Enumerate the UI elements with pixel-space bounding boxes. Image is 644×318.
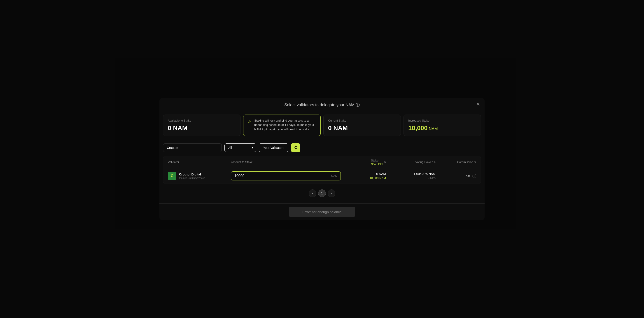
available-stake-label: Available to Stake bbox=[168, 119, 236, 122]
stake-current: 0 NAM bbox=[341, 172, 386, 176]
validator-info: CroutonDigital tnam1q...m9j6svyznxez bbox=[179, 172, 205, 179]
voting-pct: 0.61% bbox=[386, 176, 436, 179]
voting-power: 1,005,375 NAM bbox=[386, 172, 436, 176]
pagination: ‹ 1 › bbox=[163, 184, 481, 200]
validator-address: tnam1q...m9j6svyznxez bbox=[179, 176, 205, 179]
filter-select-wrapper: All Active Inactive bbox=[224, 144, 256, 152]
available-stake-card: Available to Stake 0 NAM bbox=[163, 115, 240, 136]
stake-cell: 0 NAM 10,000 NAM bbox=[341, 172, 386, 180]
stake-sort-icon[interactable]: ⇅ bbox=[384, 160, 386, 163]
icon-filter-button[interactable]: C bbox=[291, 143, 300, 152]
increased-stake-card: Increased Stake 10,000 NAM bbox=[404, 115, 481, 136]
page-1-button[interactable]: 1 bbox=[318, 189, 326, 197]
search-input[interactable] bbox=[163, 144, 222, 152]
footer-bar: Error: not enough balance bbox=[160, 203, 484, 220]
warning-text: Staking will lock and bind your assets t… bbox=[254, 118, 316, 132]
increased-stake-value: 10,000 NAM bbox=[408, 125, 476, 132]
amount-input[interactable] bbox=[231, 171, 341, 180]
submit-button: Error: not enough balance bbox=[289, 207, 355, 217]
modal-overlay: Select validators to delegate your NAM ⓘ… bbox=[0, 0, 644, 318]
col-commission-header: Commission ⇅ bbox=[436, 159, 476, 165]
prev-page-button[interactable]: ‹ bbox=[309, 189, 316, 197]
stake-new: 10,000 NAM bbox=[341, 176, 386, 180]
current-stake-label: Current Stake bbox=[328, 119, 396, 122]
table-header: Validator Amount to Stake Stake New Stak… bbox=[163, 156, 481, 168]
content-area: All Active Inactive Your Validators C Va… bbox=[160, 140, 484, 203]
commission-info-icon[interactable]: i bbox=[472, 174, 476, 178]
your-validators-button[interactable]: Your Validators bbox=[259, 144, 288, 152]
filter-select[interactable]: All Active Inactive bbox=[224, 144, 256, 152]
warning-card: ⚠ Staking will lock and bind your assets… bbox=[243, 115, 321, 136]
available-stake-value: 0 NAM bbox=[168, 125, 236, 132]
filter-row: All Active Inactive Your Validators C bbox=[163, 140, 481, 152]
close-button[interactable]: ✕ bbox=[476, 102, 480, 107]
commission-cell: 5% i bbox=[436, 174, 476, 178]
increased-stake-label: Increased Stake bbox=[408, 119, 476, 122]
modal-container: Select validators to delegate your NAM ⓘ… bbox=[160, 98, 484, 220]
stats-row: Available to Stake 0 NAM ⚠ Staking will … bbox=[160, 111, 484, 140]
modal-header: Select validators to delegate your NAM ⓘ… bbox=[160, 98, 484, 111]
col-stake-header: Stake New Stake ⇅ bbox=[341, 159, 386, 165]
table-row: C CroutonDigital tnam1q...m9j6svyznxez N… bbox=[163, 168, 481, 184]
validator-cell: C CroutonDigital tnam1q...m9j6svyznxez bbox=[168, 172, 231, 180]
next-page-button[interactable]: › bbox=[328, 189, 335, 197]
amount-input-wrapper: NAM bbox=[231, 171, 341, 180]
col-validator-header: Validator bbox=[168, 159, 231, 165]
current-stake-card: Current Stake 0 NAM bbox=[323, 115, 401, 136]
validator-name: CroutonDigital bbox=[179, 172, 205, 176]
avatar: C bbox=[168, 172, 176, 180]
col-amount-header: Amount to Stake bbox=[231, 159, 341, 165]
warning-icon: ⚠ bbox=[248, 119, 252, 125]
voting-sort-icon[interactable]: ⇅ bbox=[434, 160, 436, 163]
validators-table: Validator Amount to Stake Stake New Stak… bbox=[163, 156, 481, 184]
commission-sort-icon[interactable]: ⇅ bbox=[474, 160, 476, 163]
voting-cell: 1,005,375 NAM 0.61% bbox=[386, 172, 436, 179]
commission-value: 5% bbox=[466, 174, 470, 178]
current-stake-value: 0 NAM bbox=[328, 125, 396, 132]
modal-title: Select validators to delegate your NAM ⓘ bbox=[284, 102, 360, 108]
col-voting-header: Voting Power ⇅ bbox=[386, 159, 436, 165]
